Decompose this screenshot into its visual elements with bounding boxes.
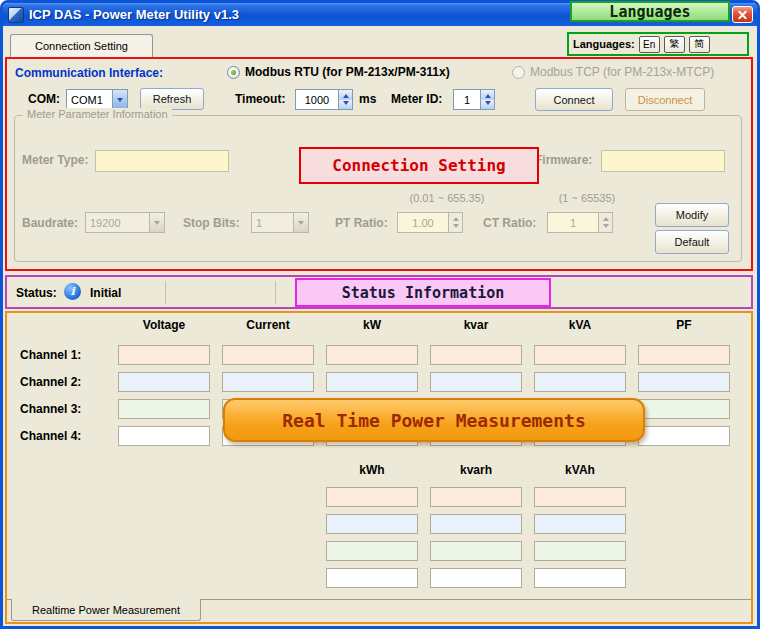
measurement-field[interactable]: [326, 372, 418, 392]
spinner-arrows-icon: [598, 213, 612, 232]
energy-field[interactable]: [534, 568, 626, 588]
stop-bits-label: Stop Bits:: [183, 216, 240, 230]
measurement-field[interactable]: [118, 399, 210, 419]
energy-field[interactable]: [326, 568, 418, 588]
radio-checked-icon: [227, 66, 240, 79]
languages-bar: Languages: En 繁 简: [567, 32, 749, 56]
tab-realtime-power-measurement[interactable]: Realtime Power Measurement: [11, 599, 201, 621]
measurement-field[interactable]: [118, 372, 210, 392]
tab-realtime-label: Realtime Power Measurement: [32, 604, 180, 616]
measurement-field[interactable]: [118, 345, 210, 365]
info-icon: i: [64, 283, 81, 300]
measurement-field[interactable]: [534, 372, 626, 392]
ct-ratio-value: 1: [548, 213, 598, 232]
disconnect-button[interactable]: Disconnect: [625, 88, 705, 111]
pt-ratio-range: (0.01 ~ 655.35): [397, 192, 497, 204]
com-label: COM:: [28, 92, 60, 106]
chevron-down-icon[interactable]: [112, 90, 127, 109]
ct-ratio-spinner[interactable]: 1: [547, 212, 613, 233]
measurement-field[interactable]: [430, 345, 522, 365]
ct-ratio-range: (1 ~ 65535): [547, 192, 627, 204]
chevron-down-icon: [293, 213, 308, 232]
energy-field[interactable]: [326, 541, 418, 561]
chevron-down-icon: [149, 213, 164, 232]
energy-field[interactable]: [430, 568, 522, 588]
callout-languages: Languages: [570, 1, 730, 22]
spinner-arrows-icon: [448, 213, 462, 232]
modify-button[interactable]: Modify: [655, 203, 729, 227]
measurement-field[interactable]: [638, 426, 730, 446]
measurement-field[interactable]: [222, 372, 314, 392]
connect-button[interactable]: Connect: [535, 88, 613, 111]
energy-field[interactable]: [430, 514, 522, 534]
energy-field[interactable]: [534, 514, 626, 534]
language-en-button[interactable]: En: [639, 36, 660, 53]
measurement-field[interactable]: [534, 345, 626, 365]
meter-id-spinner[interactable]: 1: [453, 89, 495, 110]
spinner-arrows-icon[interactable]: [480, 90, 494, 109]
channel-1-label: Channel 1:: [20, 348, 81, 362]
measurement-field[interactable]: [118, 426, 210, 446]
energy-field[interactable]: [430, 487, 522, 507]
default-button[interactable]: Default: [655, 230, 729, 254]
column-header-kvar: kvar: [430, 318, 522, 332]
status-value: Initial: [90, 286, 121, 300]
column-header-kvarh: kvarh: [430, 463, 522, 477]
modbus-tcp-label: Modbus TCP (for PM-213x-MTCP): [530, 65, 714, 79]
communication-interface-label: Communication Interface:: [15, 66, 163, 80]
meter-type-field[interactable]: [95, 150, 229, 172]
language-simplified-chinese-button[interactable]: 简: [689, 36, 710, 53]
baudrate-select[interactable]: 19200: [85, 212, 165, 233]
energy-field[interactable]: [534, 487, 626, 507]
meter-id-label: Meter ID:: [391, 92, 442, 106]
firmware-field[interactable]: [601, 150, 725, 172]
column-header-kwh: kWh: [326, 463, 418, 477]
measurement-field[interactable]: [430, 372, 522, 392]
spinner-arrows-icon[interactable]: [338, 90, 352, 109]
stop-bits-value: 1: [252, 213, 293, 232]
modbus-tcp-radio[interactable]: Modbus TCP (for PM-213x-MTCP): [512, 65, 714, 79]
ms-label: ms: [359, 92, 376, 106]
tab-connection-setting[interactable]: Connection Setting: [10, 34, 153, 57]
separator: [165, 281, 166, 304]
timeout-value: 1000: [296, 90, 338, 109]
pt-ratio-spinner[interactable]: 1.00: [397, 212, 463, 233]
pt-ratio-label: PT Ratio:: [335, 216, 388, 230]
channel-3-label: Channel 3:: [20, 402, 81, 416]
energy-field[interactable]: [430, 541, 522, 561]
language-traditional-chinese-button[interactable]: 繁: [664, 36, 685, 53]
app-icon: [8, 7, 24, 23]
column-header-kw: kW: [326, 318, 418, 332]
callout-realtime-measurements: Real Time Power Measurements: [223, 398, 645, 442]
callout-status-information: Status Information: [295, 278, 551, 307]
measurement-field[interactable]: [638, 399, 730, 419]
channel-2-label: Channel 2:: [20, 375, 81, 389]
close-button[interactable]: [732, 6, 753, 23]
meter-parameter-group-title: Meter Parameter Information: [23, 108, 172, 120]
column-header-voltage: Voltage: [118, 318, 210, 332]
refresh-button[interactable]: Refresh: [140, 88, 204, 110]
languages-label: Languages:: [573, 38, 635, 50]
column-header-kva: kVA: [534, 318, 626, 332]
callout-connection-setting: Connection Setting: [299, 147, 539, 184]
radio-unchecked-icon: [512, 66, 525, 79]
measurement-field[interactable]: [638, 345, 730, 365]
energy-field[interactable]: [534, 541, 626, 561]
measurement-field[interactable]: [638, 372, 730, 392]
column-header-pf: PF: [638, 318, 730, 332]
com-port-select[interactable]: COM1: [66, 89, 128, 110]
meter-parameter-group: Meter Parameter Information Meter Type: …: [14, 115, 742, 262]
modbus-rtu-radio[interactable]: Modbus RTU (for PM-213x/PM-311x): [227, 65, 450, 79]
firmware-label: Firmware:: [535, 153, 592, 167]
column-header-current: Current: [222, 318, 314, 332]
measurement-field[interactable]: [222, 345, 314, 365]
status-label: Status:: [16, 286, 57, 300]
measurement-field[interactable]: [326, 345, 418, 365]
energy-field[interactable]: [326, 487, 418, 507]
timeout-spinner[interactable]: 1000: [295, 89, 353, 110]
stop-bits-select[interactable]: 1: [251, 212, 309, 233]
baudrate-value: 19200: [86, 213, 149, 232]
energy-field[interactable]: [326, 514, 418, 534]
timeout-label: Timeout:: [235, 92, 285, 106]
meter-id-value: 1: [454, 90, 480, 109]
